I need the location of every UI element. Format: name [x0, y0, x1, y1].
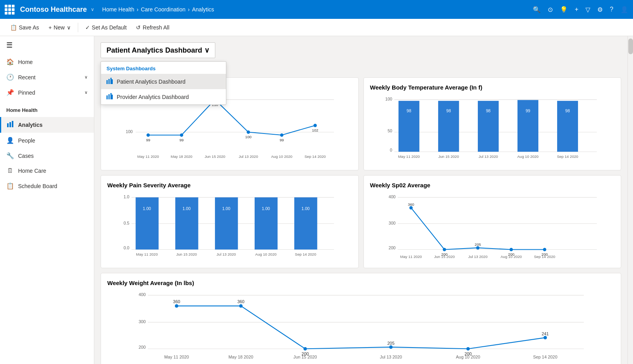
svg-text:May 11 2020: May 11 2020	[137, 154, 159, 159]
sidebar-item-people[interactable]: 👤 People	[0, 133, 94, 148]
svg-text:360: 360	[408, 202, 414, 207]
dropdown-item-patient[interactable]: Patient Analytics Dashboard	[101, 74, 226, 89]
help-icon[interactable]: ?	[610, 6, 613, 13]
svg-text:1.00: 1.00	[143, 206, 151, 211]
svg-text:0.0: 0.0	[124, 245, 130, 250]
chart-temperature-title: Weekly Body Temperature Average (In f)	[370, 84, 615, 91]
svg-text:May 11 2020: May 11 2020	[398, 154, 420, 159]
sidebar-item-recent-label: Recent	[18, 74, 35, 80]
new-button[interactable]: + New ∨	[44, 22, 74, 33]
refresh-all-label: Refresh All	[143, 24, 169, 31]
svg-text:241: 241	[542, 331, 549, 336]
analytics-icon	[6, 121, 14, 129]
svg-text:Jul 13 2020: Jul 13 2020	[239, 154, 258, 159]
dashboard-title-button[interactable]: Patient Analytics Dashboard ∨	[101, 42, 215, 58]
cases-icon: 🔧	[6, 152, 14, 159]
user-icon[interactable]: 👤	[620, 6, 628, 13]
chart-weight: Weekly Weight Average (In lbs) 400 300 2…	[101, 273, 621, 364]
chart-pain-svg: 1.0 0.5 0.0 1.00 1.00 1.00 1.00	[107, 193, 352, 260]
set-default-button[interactable]: ✓ Set As Default	[81, 22, 131, 33]
svg-rect-4	[108, 79, 110, 84]
svg-text:Jun 15 2020: Jun 15 2020	[176, 252, 197, 256]
svg-text:1.00: 1.00	[262, 206, 270, 211]
chart-pain-title: Weekly Pain Severity Average	[107, 182, 352, 188]
sidebar-item-analytics[interactable]: Analytics	[0, 117, 94, 133]
add-icon[interactable]: +	[575, 6, 578, 13]
svg-text:Sep 14 2020: Sep 14 2020	[534, 254, 555, 259]
breadcrumb: Home Health › Care Coordination › Analyt…	[102, 6, 214, 13]
sidebar-item-cases[interactable]: 🔧 Cases	[0, 148, 94, 163]
sidebar-item-recent[interactable]: 🕐 Recent ∨	[0, 70, 94, 85]
svg-text:99: 99	[146, 138, 150, 142]
chart-pain: Weekly Pain Severity Average 1.0 0.5 0.0…	[101, 175, 359, 268]
chart-weight-title: Weekly Weight Average (In lbs)	[107, 280, 615, 286]
svg-rect-61	[175, 198, 198, 250]
svg-text:Jun 15 2020: Jun 15 2020	[205, 154, 226, 159]
pinned-icon: 📌	[6, 89, 14, 96]
search-icon[interactable]: 🔍	[533, 6, 541, 13]
svg-text:Sep 14 2020: Sep 14 2020	[533, 355, 558, 359]
svg-text:Sep 14 2020: Sep 14 2020	[557, 154, 578, 159]
top-navigation: Contoso Healthcare ∨ Home Health › Care …	[0, 0, 633, 19]
set-default-label: Set As Default	[92, 24, 127, 31]
save-as-button[interactable]: 📋 Save As	[6, 22, 43, 33]
svg-point-106	[466, 347, 470, 351]
app-nav-chevron[interactable]: ∨	[91, 7, 94, 12]
target-icon[interactable]: ⊙	[548, 6, 553, 13]
bulb-icon[interactable]: 💡	[560, 6, 568, 13]
svg-text:May 18 2020: May 18 2020	[229, 355, 253, 359]
charts-row-2: Weekly Pain Severity Average 1.0 0.5 0.0…	[101, 175, 621, 268]
breadcrumb-home-health[interactable]: Home Health	[102, 6, 134, 13]
chart-spo2-svg: 400 300 200 360 200 205 200	[370, 193, 615, 260]
recent-chevron-icon: ∨	[84, 75, 88, 80]
svg-point-85	[543, 248, 546, 251]
svg-rect-62	[215, 198, 238, 250]
svg-text:Jul 13 2020: Jul 13 2020	[478, 154, 497, 159]
svg-text:99: 99	[525, 108, 530, 113]
svg-text:98: 98	[446, 108, 451, 113]
svg-text:98: 98	[565, 108, 570, 113]
svg-text:98: 98	[486, 108, 490, 113]
sidebar-item-home-care[interactable]: 🗓 Home Care	[0, 163, 94, 178]
refresh-all-button[interactable]: ↺ Refresh All	[132, 22, 173, 33]
sidebar-group-home-health: Home Health	[0, 103, 94, 117]
sidebar-item-cases-label: Cases	[18, 153, 34, 159]
svg-point-102	[175, 304, 178, 308]
home-icon: 🏠	[6, 58, 14, 66]
dashboard-header: Patient Analytics Dashboard ∨ System Das…	[101, 42, 621, 58]
filter-icon[interactable]: ▽	[585, 6, 590, 13]
svg-rect-60	[136, 198, 158, 250]
dropdown-item-provider[interactable]: Provider Analytics Dashboard	[101, 89, 226, 104]
chart-heartrate-svg: 110 100 99 99	[107, 95, 352, 162]
svg-rect-0	[7, 123, 9, 127]
sidebar-hamburger[interactable]: ☰	[0, 36, 94, 54]
new-label: New	[54, 24, 65, 31]
svg-rect-42	[517, 100, 538, 152]
svg-text:Sep 14 2020: Sep 14 2020	[305, 154, 326, 159]
svg-text:100: 100	[245, 135, 251, 139]
sidebar-item-home[interactable]: 🏠 Home	[0, 54, 94, 70]
svg-rect-2	[12, 121, 13, 127]
breadcrumb-analytics[interactable]: Analytics	[192, 6, 214, 13]
svg-point-15	[147, 134, 150, 137]
refresh-icon: ↺	[136, 24, 141, 31]
app-grid-icon[interactable]	[5, 5, 15, 15]
sidebar-item-analytics-label: Analytics	[18, 122, 42, 128]
sidebar-item-schedule-board[interactable]: 📋 Schedule Board	[0, 178, 94, 194]
sidebar-item-home-label: Home	[18, 59, 33, 65]
recent-icon: 🕐	[6, 73, 14, 81]
breadcrumb-care-coord[interactable]: Care Coordination	[141, 6, 185, 13]
svg-text:Aug 10 2020: Aug 10 2020	[255, 252, 277, 256]
svg-text:Jun 15 2020: Jun 15 2020	[294, 355, 317, 359]
scrollbar[interactable]	[627, 36, 633, 364]
dropdown-item-provider-label: Provider Analytics Dashboard	[117, 94, 189, 100]
dropdown-item-patient-label: Patient Analytics Dashboard	[117, 79, 185, 85]
svg-text:May 11 2020: May 11 2020	[400, 254, 422, 259]
svg-text:50: 50	[387, 128, 392, 133]
settings-icon[interactable]: ⚙	[597, 6, 603, 13]
pinned-chevron-icon: ∨	[84, 90, 88, 95]
sidebar-item-pinned[interactable]: 📌 Pinned ∨	[0, 85, 94, 100]
schedule-board-icon: 📋	[6, 182, 14, 190]
sidebar-item-people-label: People	[18, 137, 35, 144]
svg-text:1.00: 1.00	[182, 206, 191, 211]
